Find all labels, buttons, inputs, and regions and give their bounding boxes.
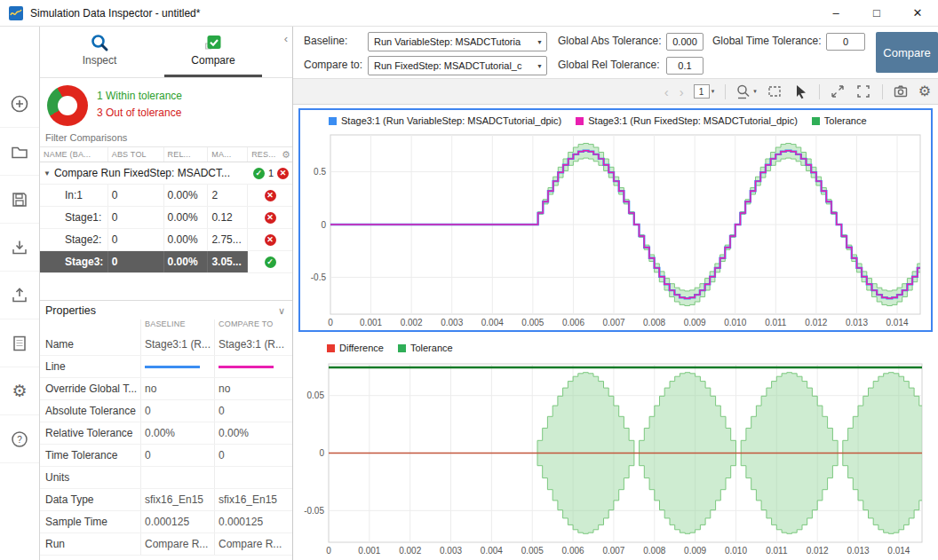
open-button[interactable] (0, 128, 39, 176)
difference-plot[interactable]: DifferenceTolerance 00.0010.0020.0030.00… (298, 337, 933, 560)
svg-text:0: 0 (326, 546, 331, 556)
property-row[interactable]: Data Typesfix16_En15sfix16_En15 (40, 489, 292, 511)
comparison-row[interactable]: Stage2:00.00%2.75...✕ (40, 229, 292, 251)
column-header-rel-tol[interactable]: REL... (164, 147, 209, 162)
comparison-controls: Baseline: Run VariableStep: MSADCTutoria… (293, 27, 938, 78)
expand-triangle-icon[interactable]: ▼ (44, 170, 51, 177)
svg-text:0.012: 0.012 (807, 546, 829, 556)
subplot-layout-button[interactable]: 1▾ (694, 84, 715, 99)
svg-text:0.05: 0.05 (307, 390, 325, 400)
fail-icon: ✕ (265, 234, 276, 246)
column-header-max-diff[interactable]: MA... (208, 147, 248, 162)
next-plot-button[interactable]: › (680, 84, 684, 99)
plot-settings-button[interactable]: ⚙ (918, 84, 931, 99)
comparison-row[interactable]: In:100.00%2✕ (40, 185, 292, 207)
comparison-row[interactable]: Stage1:00.00%0.12✕ (40, 207, 292, 229)
toolbar-separator (882, 84, 883, 99)
difference-chart[interactable]: 00.0010.0020.0030.0040.0050.0060.0070.00… (298, 359, 933, 560)
properties-header[interactable]: Properties ∨ (40, 300, 292, 319)
selected-tab-indicator (164, 75, 262, 77)
column-header-result[interactable]: RES... ⚙ (248, 147, 292, 162)
pass-count: 1 (268, 168, 274, 178)
maximize-button[interactable]: □ (856, 0, 897, 26)
baseline-dropdown[interactable]: Run VariableStep: MSADCTutoria▼ (368, 32, 547, 51)
legend-item[interactable]: Tolerance (398, 343, 453, 353)
comparison-rows: In:100.00%2✕Stage1:00.00%0.12✕Stage2:00.… (40, 185, 292, 273)
legend-item[interactable]: Tolerance (812, 115, 867, 126)
prev-plot-button[interactable]: ‹ (664, 84, 669, 99)
main-toolbar: ⚙ ? (0, 27, 40, 560)
filter-comparisons-input[interactable] (45, 132, 282, 143)
svg-text:0.001: 0.001 (360, 318, 382, 327)
svg-text:0.014: 0.014 (887, 546, 910, 556)
zoom-icon (735, 83, 751, 99)
region-select-button[interactable] (767, 83, 783, 99)
fit-to-view-button[interactable] (830, 83, 846, 99)
global-rel-tolerance-input[interactable] (666, 57, 704, 75)
global-rel-tolerance-label: Global Rel Tolerance: (558, 59, 660, 71)
out-of-tolerance-text: 3 Out of tolerance (97, 105, 182, 122)
svg-text:0.011: 0.011 (765, 318, 787, 327)
pointer-tool-button[interactable] (792, 83, 808, 99)
comparison-group-row[interactable]: ▼ Compare Run FixedStep: MSADCT... ✓ 1 ✕ (40, 162, 292, 185)
create-report-button[interactable] (0, 319, 39, 367)
legend-label: Tolerance (410, 343, 453, 353)
expand-arrows-icon (830, 83, 846, 99)
import-button[interactable] (0, 224, 39, 272)
legend-item[interactable]: Stage3:1 (Run FixedStep: MSADCTutorial_d… (576, 115, 798, 126)
add-icon (10, 94, 29, 114)
svg-text:0.001: 0.001 (358, 546, 380, 556)
fail-icon: ✕ (265, 190, 276, 201)
toolbar-separator (819, 84, 820, 99)
preferences-button[interactable]: ⚙ (0, 367, 39, 415)
filter-row (40, 131, 292, 146)
property-row[interactable]: Units (40, 467, 292, 489)
property-row[interactable]: Line (40, 356, 292, 378)
add-run-button[interactable] (0, 80, 39, 128)
legend-label: Tolerance (824, 115, 867, 126)
svg-text:0.007: 0.007 (602, 318, 624, 327)
compare-to-dropdown[interactable]: Run FixedStep: MSADCTutorial_c▼ (368, 56, 547, 75)
save-button[interactable] (0, 176, 39, 224)
svg-text:0.014: 0.014 (886, 318, 909, 327)
tab-compare[interactable]: Compare (164, 33, 262, 67)
property-row[interactable]: Relative Tolerance0.00%0.00% (40, 422, 292, 445)
baseline-compare-plot[interactable]: Stage3:1 (Run VariableStep: MSADCTutoria… (298, 108, 933, 332)
svg-text:0.004: 0.004 (481, 546, 503, 556)
legend-swatch (398, 344, 406, 352)
legend-item[interactable]: Stage3:1 (Run VariableStep: MSADCTutoria… (329, 115, 561, 126)
collapse-properties-icon[interactable]: ∨ (278, 301, 285, 320)
legend-item[interactable]: Difference (327, 343, 384, 353)
property-row[interactable]: Sample Time0.0001250.000125 (40, 511, 292, 533)
compare-button[interactable]: Compare (876, 32, 938, 73)
column-header-abs-tol[interactable]: ABS TOL (108, 147, 164, 162)
help-icon: ? (11, 430, 28, 448)
property-row[interactable]: Override Global T...nono (40, 378, 292, 400)
comparison-row[interactable]: Stage3:00.00%3.05...✓ (40, 251, 292, 273)
property-row[interactable]: Absolute Tolerance00 (40, 400, 292, 422)
export-button[interactable] (0, 272, 39, 319)
svg-text:0.003: 0.003 (441, 318, 463, 327)
help-button[interactable]: ? (0, 415, 39, 463)
global-abs-tolerance-input[interactable] (666, 33, 704, 51)
close-button[interactable]: ✕ (897, 0, 938, 26)
table-settings-gear-icon[interactable]: ⚙ (282, 149, 290, 161)
minimize-button[interactable]: – (815, 0, 856, 26)
property-row[interactable]: RunCompare R...Compare R... (40, 533, 292, 556)
zoom-button[interactable]: ▾ (735, 83, 757, 99)
tab-inspect[interactable]: Inspect (51, 33, 148, 67)
collapse-panel-icon[interactable]: ‹ (284, 32, 288, 45)
fullscreen-button[interactable] (855, 83, 871, 99)
global-time-tolerance-input[interactable] (826, 33, 865, 51)
svg-text:0.009: 0.009 (684, 546, 706, 556)
fullscreen-brackets-icon (855, 83, 871, 99)
within-tolerance-text: 1 Within tolerance (97, 88, 182, 105)
gear-icon: ⚙ (918, 84, 931, 99)
signal-chart[interactable]: 00.0010.0020.0030.0040.0050.0060.0070.00… (300, 131, 931, 330)
fail-icon: ✕ (265, 212, 276, 224)
plot-toolbar: ‹ › 1▾ ▾ ⚙ (293, 78, 938, 105)
column-header-name[interactable]: NAME (BA... (40, 147, 108, 162)
property-row[interactable]: NameStage3:1 (R...Stage3:1 (R... (40, 334, 292, 356)
property-row[interactable]: Time Tolerance00 (40, 445, 292, 467)
snapshot-button[interactable] (893, 83, 909, 99)
